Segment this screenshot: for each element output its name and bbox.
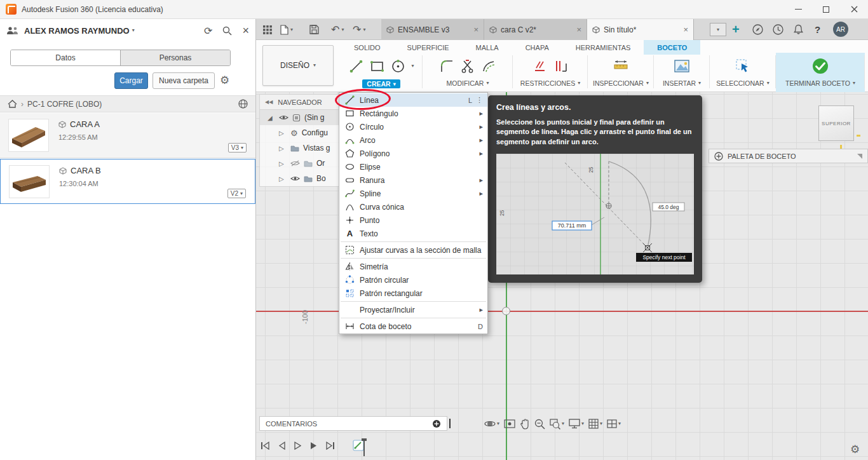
close-tab-icon[interactable]: × [576,25,581,34]
go-to-start-icon[interactable] [261,442,269,450]
new-folder-button[interactable]: Nueva carpeta [153,72,215,89]
menu-item-patron-rectangular[interactable]: Patrón rectangular [339,287,487,300]
fit-button[interactable]: ▾ [550,419,564,430]
viewcube-face-label[interactable]: SUPERIOR [822,121,851,126]
crear-dropdown[interactable]: CREAR▾ [362,79,400,88]
menu-item-curva-conica[interactable]: Curva cónica [339,200,487,213]
breadcrumb-folder[interactable]: PC-1 COFRE (LOBO) [27,100,102,109]
version-badge[interactable]: V2▾ [227,189,246,198]
menu-item-elipse[interactable]: Elipse [339,160,487,173]
play-icon[interactable] [294,442,301,450]
tree-collapsed-icon[interactable]: ▷ [279,175,287,182]
menu-item-punto[interactable]: Punto [339,213,487,227]
insert-image-icon[interactable] [674,58,690,74]
list-item-cara-b[interactable]: CARA B 12:30:04 AM V2▾ [0,159,255,204]
menu-item-arco[interactable]: Arco ▸ [339,133,487,147]
minimize-button[interactable] [784,0,812,18]
display-settings-button[interactable]: ▾ [569,419,584,429]
menu-item-circulo[interactable]: Círculo ▸ [339,120,487,133]
orbit-button[interactable]: ▾ [484,418,499,430]
doc-tab-ensamble[interactable]: ENSAMBLE v3 × [381,19,484,40]
menu-item-patron-circular[interactable]: Patrón circular [339,273,487,287]
close-panel-icon[interactable]: × [242,24,249,37]
eye-icon[interactable] [279,114,288,121]
modificar-dropdown[interactable]: MODIFICAR▾ [447,79,489,87]
inspeccionar-dropdown[interactable]: INSPECCIONAR▾ [593,79,649,87]
pin-handle-icon[interactable]: ⋮ [476,96,483,104]
menu-item-ranura[interactable]: Ranura ▸ [339,173,487,187]
tree-collapsed-icon[interactable]: ▷ [279,145,287,152]
constraint-horizontal-vertical-icon[interactable] [532,58,548,74]
globe-icon[interactable] [238,99,248,109]
doc-tab-cara-c[interactable]: cara C v2* × [484,19,587,40]
app-grid-icon[interactable] [262,19,273,40]
terminar-boceto-button[interactable]: TERMINAR BOCETO▾ [785,79,855,87]
circle-tool-icon[interactable] [390,58,406,74]
finish-sketch-check-icon[interactable] [811,57,830,76]
tab-datos[interactable]: Datos [11,50,120,65]
new-tab-button[interactable]: + [732,19,740,40]
tab-personas[interactable]: Personas [120,50,230,65]
step-forward-icon[interactable] [310,442,317,450]
line-tool-icon[interactable] [348,58,364,74]
eye-icon[interactable] [290,175,300,182]
restricciones-dropdown[interactable]: RESTRICCIONES▾ [520,79,580,87]
menu-item-proyectar-incluir[interactable]: Proyectar/Incluir ▸ [339,303,487,316]
viewports-button[interactable]: ▾ [607,419,621,428]
tree-collapsed-icon[interactable]: ▷ [279,130,287,137]
menu-item-spline[interactable]: Spline ▸ [339,187,487,200]
extensions-button[interactable] [752,19,763,40]
close-tab-icon[interactable]: × [473,25,478,34]
tab-overflow-button[interactable]: ▾ [710,19,726,40]
doc-tab-sin-titulo[interactable]: Sin título* × [587,19,694,40]
chevron-down-icon[interactable]: ▾ [132,28,135,33]
menu-item-simetria[interactable]: Simetría [339,260,487,273]
close-tab-icon[interactable]: × [683,25,688,34]
sketch-palette-bar[interactable]: PALETA DE BOCETO [709,149,868,163]
collapse-panel-icon[interactable]: ◀◀ [265,99,273,105]
home-icon[interactable] [8,100,17,108]
timeline-sketch-feature-icon[interactable] [353,440,364,451]
pan-button[interactable] [520,419,530,430]
eye-off-icon[interactable] [290,160,300,166]
measure-icon[interactable] [613,58,629,74]
menu-item-ajustar-curvas[interactable]: Ajustar curvas a la sección de malla [339,243,487,257]
viewcube[interactable]: SUPERIOR [818,105,854,141]
insertar-dropdown[interactable]: INSERTAR▾ [663,79,701,87]
save-button[interactable] [309,19,319,40]
trim-tool-icon[interactable] [460,58,476,74]
timeline-position-marker[interactable] [363,438,365,456]
select-cursor-icon[interactable] [735,58,751,74]
rectangle-tool-icon[interactable] [369,58,385,74]
seleccionar-dropdown[interactable]: SELECCIONAR▾ [716,79,769,87]
tree-collapsed-icon[interactable]: ▷ [279,160,287,167]
search-icon[interactable] [222,26,232,36]
timeline-gear-icon[interactable]: ⚙ [850,443,860,456]
notifications-button[interactable] [794,19,803,40]
fillet-tool-icon[interactable] [439,58,455,74]
file-menu-button[interactable]: ▾ [280,19,293,40]
gear-icon[interactable]: ⚙ [220,74,229,87]
comments-bar[interactable]: COMENTARIOS [259,416,447,431]
team-name[interactable]: ALEX RAMOS RAYMUNDO [24,26,130,36]
workspace-selector[interactable]: DISEÑO ▾ [262,45,334,86]
menu-item-cota-de-boceto[interactable]: Cota de boceto D [339,320,487,333]
collapse-corner-icon[interactable] [857,154,862,159]
tree-expanded-icon[interactable]: ◢ [268,114,275,121]
undo-button[interactable]: ↶▾ [331,19,344,40]
job-status-button[interactable] [773,19,783,40]
chevron-down-icon[interactable]: ▾ [411,64,414,69]
list-item-cara-a[interactable]: CARA A 12:29:55 AM V3▾ [0,113,255,158]
avatar[interactable]: AR [833,22,848,37]
close-button[interactable] [840,0,868,18]
upload-button[interactable]: Cargar [114,72,148,89]
zoom-button[interactable] [534,419,545,430]
offset-tool-icon[interactable] [481,58,497,74]
redo-button[interactable]: ↷▾ [353,19,365,40]
help-button[interactable]: ? [815,19,820,40]
refresh-icon[interactable]: ⟳ [204,25,212,37]
add-comment-icon[interactable] [432,419,441,428]
look-at-button[interactable] [504,419,515,428]
maximize-button[interactable] [812,0,840,18]
menu-item-poligono[interactable]: Polígono ▸ [339,147,487,160]
